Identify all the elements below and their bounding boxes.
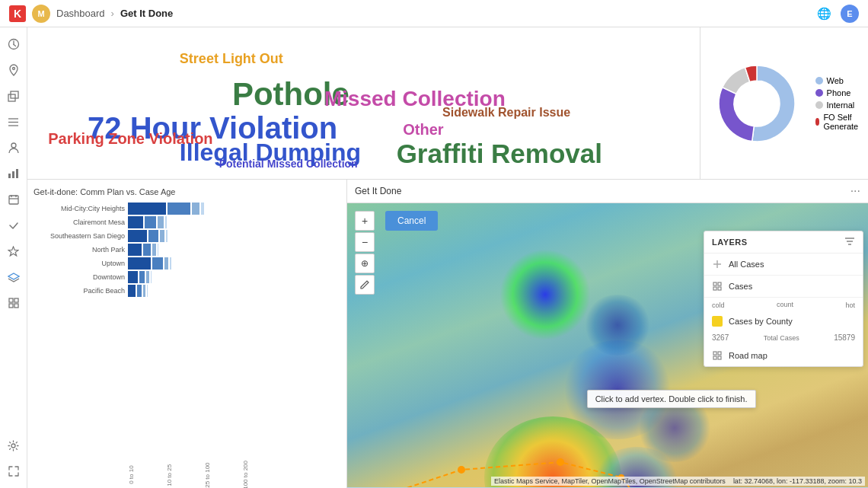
legend-internal: Internal (815, 100, 862, 110)
layers-cases[interactable]: Cases (704, 276, 863, 298)
svg-rect-33 (713, 282, 716, 285)
sidebar-icon-person[interactable] (3, 137, 24, 158)
road-map-row[interactable]: Road map (704, 345, 863, 366)
svg-rect-14 (16, 169, 18, 178)
user-avatar-e[interactable]: E (841, 5, 859, 23)
zoom-in-button[interactable]: + (355, 211, 375, 231)
legend-label-web: Web (827, 76, 844, 85)
total-label: Total Cases (764, 334, 799, 342)
bar-segment (166, 230, 168, 242)
legend-dot-fo (815, 118, 820, 126)
cancel-button[interactable]: Cancel (385, 211, 438, 231)
bar-segment (145, 216, 156, 228)
bar-row: Uptown (34, 257, 340, 270)
layers-all-cases[interactable]: All Cases (704, 254, 863, 276)
x-axis-label: 25 to 100 (204, 461, 242, 488)
bar-segment (158, 244, 159, 256)
bar-segment (164, 257, 168, 270)
legend-fo: FO Self Generate (815, 113, 862, 131)
active-page-link[interactable]: Get It Done (120, 8, 173, 19)
svg-rect-12 (8, 174, 11, 178)
cases-label: Cases (729, 282, 752, 291)
layers-panel: LAYERS All Cases Cases (704, 231, 863, 367)
map-menu-button[interactable]: ··· (850, 184, 860, 198)
word-cloud-word: Street Light Out (180, 51, 283, 67)
bar-segment (146, 271, 149, 283)
sidebar-icon-chart[interactable] (3, 163, 24, 184)
bar-container (128, 257, 340, 270)
total-min: 3267 (712, 333, 729, 342)
bar-segment (151, 271, 152, 283)
dashboard-link[interactable]: Dashboard (56, 8, 105, 19)
bottom-row: Get-it-done: Comm Plan vs. Case Age Mid-… (27, 180, 868, 488)
map-title-bar: Get It Done ··· (347, 180, 868, 203)
bar-segment (128, 257, 151, 270)
bar-container (128, 244, 340, 256)
app-logo: K (9, 5, 26, 22)
bar-container (128, 216, 340, 228)
bar-segment (143, 244, 151, 256)
sidebar-icon-clock[interactable] (3, 33, 24, 55)
bar-segment (137, 285, 142, 297)
map-attribution: Elastic Maps Service, MapTiler, OpenMapT… (491, 477, 865, 486)
bar-container (128, 271, 340, 283)
bar-segment (201, 203, 204, 215)
sidebar-icon-check[interactable] (3, 215, 24, 236)
user-avatar-m[interactable]: M (32, 5, 50, 23)
sidebar-icon-grid[interactable] (3, 292, 24, 314)
county-row[interactable]: Cases by County (704, 312, 863, 330)
sidebar-icon-star[interactable] (3, 241, 24, 262)
heat-hot-label: hot (845, 301, 855, 309)
sidebar-icon-building[interactable] (3, 85, 24, 107)
map-title: Get It Done (355, 186, 401, 196)
heat-scale: cold count hot (712, 301, 855, 309)
zoom-out-button[interactable]: − (355, 232, 375, 252)
svg-marker-19 (8, 247, 18, 256)
word-cloud-container: PotholeMissed CollectionStreet Light Out… (35, 35, 692, 171)
bar-segment (128, 285, 136, 297)
bar-chart-panel: Get-it-done: Comm Plan vs. Case Age Mid-… (27, 180, 347, 488)
bar-container (128, 230, 340, 242)
draw-button[interactable] (355, 275, 375, 295)
word-cloud-word: Potential Missed Collection (219, 158, 358, 170)
sidebar-icon-list[interactable] (3, 111, 24, 132)
sidebar-icon-settings[interactable] (3, 435, 24, 456)
bar-label: Downtown (34, 273, 125, 281)
legend-label-phone: Phone (827, 88, 851, 97)
bar-chart: Mid-City:City HeightsClairemont MesaSout… (34, 203, 340, 458)
svg-rect-13 (12, 171, 14, 178)
map-body[interactable]: + − ⊕ Cancel Click to add vertex. Double… (347, 203, 868, 487)
svg-rect-21 (14, 298, 18, 302)
svg-rect-22 (9, 304, 13, 308)
legend-label-fo: FO Self Generate (823, 113, 861, 131)
map-panel: Get It Done ··· (347, 180, 868, 488)
bar-container (128, 203, 340, 215)
sidebar-icon-expand[interactable] (3, 461, 24, 482)
bar-row: Downtown (34, 271, 340, 283)
sidebar-icon-location[interactable] (3, 59, 24, 81)
bar-segment (128, 230, 147, 242)
road-map-icon (712, 350, 723, 361)
word-cloud-word: Other (403, 121, 443, 139)
chart-title: Get-it-done: Comm Plan vs. Case Age (34, 187, 340, 196)
bar-row: Clairemont Mesa (34, 216, 340, 228)
bar-label: Southeastern San Diego (34, 232, 125, 240)
bar-row: North Park (34, 244, 340, 256)
sidebar-icon-layers[interactable] (3, 266, 24, 288)
layers-header: LAYERS (704, 231, 863, 254)
bar-segment (192, 203, 199, 215)
bar-row: Southeastern San Diego (34, 230, 340, 242)
bar-segment (148, 230, 158, 242)
road-map-label: Road map (729, 351, 767, 360)
bar-segment (158, 216, 164, 228)
bar-segment (128, 203, 166, 215)
compass-button[interactable]: ⊕ (355, 254, 375, 273)
total-max: 15879 (834, 333, 855, 342)
cases-icon (712, 281, 723, 292)
sidebar-icon-calendar[interactable] (3, 189, 24, 210)
globe-button[interactable]: 🌐 (813, 3, 834, 24)
layout: PotholeMissed CollectionStreet Light Out… (0, 27, 868, 488)
top-row: PotholeMissed CollectionStreet Light Out… (27, 27, 868, 180)
legend-dot-phone (815, 89, 823, 97)
layers-sort-icon[interactable] (844, 237, 855, 247)
